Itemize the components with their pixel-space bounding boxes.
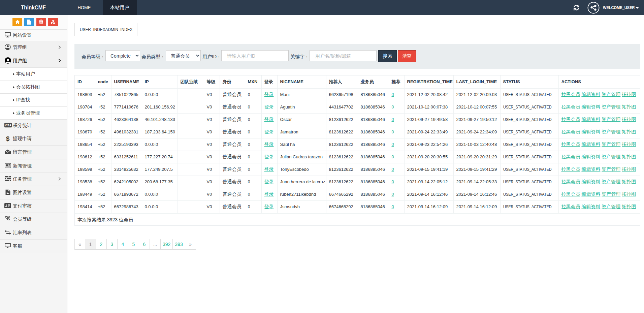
svg-text:VISA: VISA	[5, 124, 11, 127]
